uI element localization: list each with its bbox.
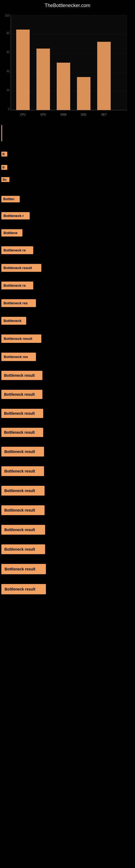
svg-text:0: 0 <box>8 108 9 111</box>
result-item-25: Bottleneck result <box>1 584 135 595</box>
spacer-2 <box>1 160 135 162</box>
result-label-20: Bottleneck result <box>1 486 45 496</box>
result-item-8: Bottleneck result <box>1 264 135 272</box>
result-label-5: Bottleneck r <box>1 212 30 219</box>
result-label-18: Bottleneck result <box>1 447 44 457</box>
result-item-17: Bottleneck result <box>1 427 135 437</box>
result-label-9: Bottleneck re <box>1 282 33 289</box>
result-label-11: Bottleneck <box>1 317 26 325</box>
spacer-24 <box>1 577 135 582</box>
svg-text:RAM: RAM <box>60 113 66 116</box>
spacer-16 <box>1 420 135 426</box>
result-label-13: Bottleneck res <box>1 352 36 361</box>
result-item-18: Bottleneck result <box>1 446 135 457</box>
result-item-15: Bottleneck result <box>1 389 135 400</box>
svg-text:80: 80 <box>6 32 10 35</box>
result-item-11: Bottleneck <box>1 316 135 325</box>
result-label-8: Bottleneck result <box>1 264 41 272</box>
spacer-13 <box>1 363 135 369</box>
svg-rect-15 <box>77 77 90 110</box>
result-label-23: Bottleneck result <box>1 545 45 554</box>
spacer-14 <box>1 382 135 388</box>
spacer-11 <box>1 327 135 332</box>
cursor-indicator <box>1 125 2 141</box>
svg-text:100: 100 <box>5 14 9 17</box>
svg-rect-14 <box>57 63 70 110</box>
spacer-9 <box>1 291 135 297</box>
svg-text:SSD: SSD <box>81 113 87 116</box>
result-label-19: Bottleneck result <box>1 466 44 476</box>
result-label-7: Bottleneck re <box>1 246 33 254</box>
result-label-14: Bottleneck result <box>1 371 42 380</box>
spacer-3 <box>1 172 135 175</box>
result-label-10: Bottleneck res <box>1 299 36 307</box>
spacer-1 <box>0 141 135 147</box>
result-item-7: Bottleneck re <box>1 246 135 255</box>
result-item-5: Bottleneck r <box>1 212 135 220</box>
divider-1 <box>1 184 135 194</box>
spacer-8 <box>1 274 135 279</box>
svg-text:40: 40 <box>6 70 10 73</box>
result-item-2: B <box>1 164 135 170</box>
spacer-20 <box>1 498 135 503</box>
result-label-16: Bottleneck result <box>1 409 43 418</box>
result-item-14: Bottleneck result <box>1 370 135 380</box>
result-item-6: Bottlene <box>1 229 135 237</box>
result-item-24: Bottleneck result <box>1 563 135 575</box>
result-item-9: Bottleneck re <box>1 281 135 290</box>
result-label-6: Bottlene <box>1 229 22 237</box>
result-label-4: Bottlen <box>1 196 20 203</box>
result-label-21: Bottleneck result <box>1 505 45 515</box>
result-label-24: Bottleneck result <box>1 564 46 574</box>
result-item-20: Bottleneck result <box>1 485 135 496</box>
result-item-4: Bottlen <box>1 195 135 203</box>
svg-rect-12 <box>16 30 30 110</box>
spacer-5 <box>1 222 135 227</box>
spacer-22 <box>1 537 135 542</box>
spacer-19 <box>1 478 135 484</box>
result-item-13: Bottleneck res <box>1 352 135 362</box>
result-item-3: Bo <box>1 176 135 183</box>
spacer-17 <box>1 439 135 444</box>
result-item-12: Bottleneck result <box>1 334 135 343</box>
svg-text:60: 60 <box>6 51 10 54</box>
spacer-6 <box>1 239 135 244</box>
result-label-17: Bottleneck result <box>1 428 43 437</box>
result-item-22: Bottleneck result <box>1 524 135 535</box>
site-title: TheBottlenecker.com <box>0 0 135 10</box>
svg-text:GPU: GPU <box>40 113 46 116</box>
result-label-25: Bottleneck result <box>1 584 46 594</box>
spacer-4 <box>1 205 135 210</box>
spacer-15 <box>1 401 135 407</box>
result-label-12: Bottleneck result <box>1 335 41 343</box>
svg-text:CPU: CPU <box>20 113 26 116</box>
result-item-23: Bottleneck result <box>1 544 135 555</box>
spacer-18 <box>1 459 135 464</box>
svg-text:NET: NET <box>101 113 107 116</box>
result-item-19: Bottleneck result <box>1 466 135 476</box>
bottom-spacer <box>1 596 135 607</box>
spacer-12 <box>1 345 135 350</box>
svg-text:20: 20 <box>6 89 10 92</box>
results-area: B B Bo Bottlen Bottleneck r Bottlene <box>0 147 135 610</box>
result-item-1: B <box>1 151 135 158</box>
chart-area: 0 20 40 60 80 100 CPU GPU RAM SSD NET <box>0 10 135 124</box>
svg-rect-16 <box>97 42 111 110</box>
result-label-3: Bo <box>1 177 9 182</box>
result-label-1: B <box>1 152 7 156</box>
result-label-2: B <box>1 165 7 170</box>
result-label-22: Bottleneck result <box>1 525 45 535</box>
result-label-15: Bottleneck result <box>1 390 42 399</box>
result-item-16: Bottleneck result <box>1 408 135 418</box>
spacer-7 <box>1 256 135 262</box>
spacer-23 <box>1 556 135 562</box>
spacer-21 <box>1 517 135 523</box>
page-wrapper: TheBottlenecker.com 0 20 40 60 80 100 <box>0 0 135 610</box>
spacer-10 <box>1 309 135 315</box>
svg-rect-13 <box>37 49 50 110</box>
result-item-21: Bottleneck result <box>1 505 135 516</box>
result-item-10: Bottleneck res <box>1 299 135 308</box>
